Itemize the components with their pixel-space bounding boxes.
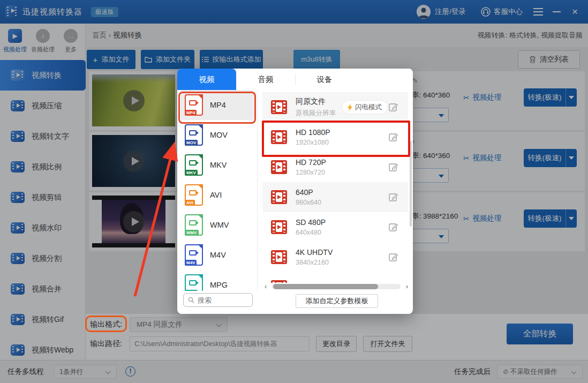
film-icon bbox=[271, 100, 287, 114]
lightning-icon bbox=[348, 104, 352, 111]
tab-device[interactable]: 设备 bbox=[295, 69, 354, 90]
format-item-m4v[interactable]: M4VM4V bbox=[180, 240, 254, 270]
preset-item-640p[interactable]: 640P960x640 bbox=[262, 182, 408, 212]
preset-item-hd-720p[interactable]: HD 720P1280x720 bbox=[262, 152, 408, 182]
edit-preset-icon[interactable] bbox=[389, 192, 398, 202]
edit-preset-icon[interactable] bbox=[389, 132, 398, 142]
preset-item-hd-1080p[interactable]: HD 1080P1920x1080 bbox=[262, 122, 408, 152]
film-icon bbox=[271, 160, 287, 174]
m4v-file-icon: M4V bbox=[185, 244, 203, 266]
film-icon bbox=[271, 250, 287, 264]
preset-hscrollbar[interactable]: ‹ › bbox=[265, 284, 408, 290]
search-icon bbox=[188, 297, 194, 303]
preset-item-4k-full-aperture[interactable]: 4K Full Aperture bbox=[262, 272, 408, 283]
format-item-mp4[interactable]: MP4MP4 bbox=[180, 90, 254, 120]
edit-preset-icon[interactable] bbox=[389, 222, 398, 232]
edit-preset-icon[interactable] bbox=[389, 252, 398, 262]
preset-list: 同原文件原视频分辨率 闪电模式 HD 1080P1920x1080 HD 720… bbox=[262, 92, 408, 283]
format-item-wmv[interactable]: WMVWMV bbox=[180, 210, 254, 240]
format-item-mpg[interactable]: MPGMPG bbox=[180, 270, 254, 291]
edit-preset-icon[interactable] bbox=[389, 102, 398, 112]
tab-audio[interactable]: 音频 bbox=[236, 69, 295, 90]
wmv-file-icon: WMV bbox=[185, 214, 203, 236]
mov-file-icon: MOV bbox=[185, 124, 203, 146]
film-icon bbox=[271, 130, 287, 144]
mp4-file-icon: MP4 bbox=[185, 94, 203, 116]
preset-item-4k-uhdtv[interactable]: 4K UHDTV3840x2160 bbox=[262, 242, 408, 272]
add-custom-template-button[interactable]: 添加自定义参数模板 bbox=[296, 294, 378, 308]
avi-file-icon: AVI bbox=[185, 184, 203, 206]
edit-preset-icon[interactable] bbox=[389, 162, 398, 172]
search-input[interactable] bbox=[198, 296, 244, 304]
scroll-left-icon[interactable]: ‹ bbox=[265, 282, 267, 290]
format-popup: 视频 音频 设备 MP4MP4 MOVMOV MKVMKV AVIAVI WMV… bbox=[177, 69, 413, 314]
film-icon bbox=[271, 280, 287, 283]
lightning-mode-badge: 闪电模式 bbox=[342, 100, 388, 114]
mpg-file-icon: MPG bbox=[185, 274, 203, 291]
format-search[interactable] bbox=[183, 293, 253, 307]
film-icon bbox=[271, 190, 287, 204]
format-list-scrollbar[interactable] bbox=[410, 141, 412, 227]
format-item-avi[interactable]: AVIAVI bbox=[180, 180, 254, 210]
format-item-mkv[interactable]: MKVMKV bbox=[180, 150, 254, 180]
tab-video[interactable]: 视频 bbox=[177, 69, 236, 90]
preset-item-same-as-source[interactable]: 同原文件原视频分辨率 闪电模式 bbox=[262, 92, 408, 122]
mkv-file-icon: MKV bbox=[185, 154, 203, 176]
scroll-right-icon[interactable]: › bbox=[406, 282, 408, 290]
scrollbar-thumb[interactable] bbox=[273, 284, 378, 289]
app-window: 迅捷视频转换器 极速版 注册/登录 客服中心 × ▶ 视频处理 ♪ 音频处理 …… bbox=[0, 0, 588, 383]
format-list: MP4MP4 MOVMOV MKVMKV AVIAVI WMVWMV M4VM4… bbox=[177, 90, 258, 291]
film-icon bbox=[271, 220, 287, 234]
tab-separator bbox=[295, 73, 296, 85]
format-item-mov[interactable]: MOVMOV bbox=[180, 120, 254, 150]
preset-item-sd-480p[interactable]: SD 480P640x480 bbox=[262, 212, 408, 242]
